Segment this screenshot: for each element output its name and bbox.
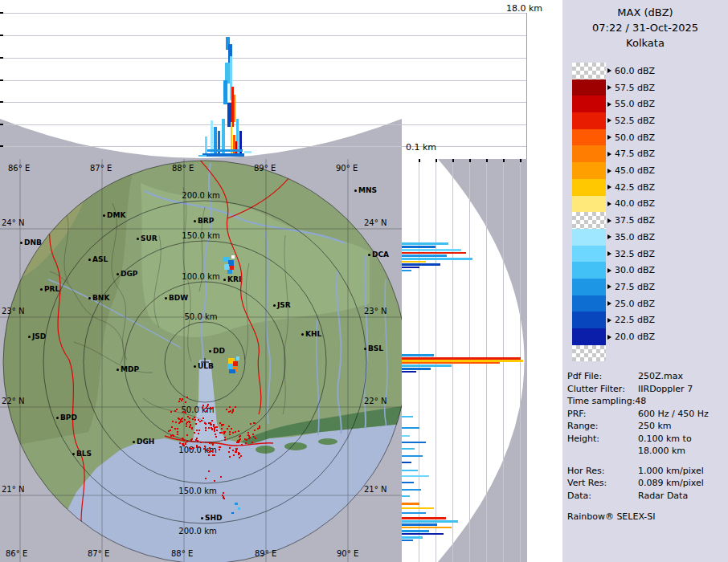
scale-pointer-icon (607, 135, 611, 140)
clutter-dot (211, 450, 213, 452)
dbz-value-text: 45.0 dBZ (615, 165, 655, 176)
dbz-scale-label: 40.0 dBZ (607, 199, 655, 209)
radar-echo-bar (402, 470, 418, 471)
clutter-dot (250, 423, 252, 425)
clutter-dot (235, 431, 236, 433)
top-height-profile-panel (0, 0, 527, 159)
clutter-dot (172, 434, 174, 436)
dbz-value-text: 37.5 dBZ (615, 215, 655, 226)
radar-echo-bar (402, 258, 472, 260)
clutter-dot (178, 401, 180, 402)
radar-echo-patch (224, 264, 229, 270)
clutter-dot (177, 428, 178, 430)
info-label: Data: (567, 491, 591, 501)
clutter-dot (192, 418, 194, 420)
scale-pointer-icon (607, 102, 611, 107)
radar-echo-bar (402, 267, 419, 268)
radar-echo-bar (402, 435, 410, 437)
radar-echo-bar (402, 489, 421, 491)
longitude-label: 87° E (88, 549, 109, 558)
dbz-scale-label: 30.0 dBZ (607, 266, 655, 275)
clutter-dot (233, 454, 235, 456)
latitude-label: 23° N (2, 307, 24, 316)
clutter-dot (205, 478, 207, 479)
clutter-dot (191, 428, 193, 430)
longitude-label: 90° E (337, 549, 358, 558)
city-label: MNS (358, 186, 377, 194)
clutter-dot (176, 409, 178, 410)
radar-echo-patch (231, 512, 234, 514)
city-label: DD (213, 347, 225, 355)
scale-pointer-icon (607, 85, 611, 90)
radar-echo-bar (402, 261, 426, 263)
city-dot (28, 336, 31, 338)
city-dot (72, 453, 75, 455)
clutter-dot (215, 436, 217, 438)
longitude-label: 89° E (254, 164, 276, 173)
range-ring-label: 200.0 km (177, 191, 225, 200)
software-brand-label: Rainbow® SELEX-SI (567, 511, 725, 522)
dbz-scale-label: 60.0 dBZ (607, 66, 655, 75)
radar-echo-patch (231, 255, 235, 259)
city-label: BLS (76, 450, 92, 458)
clutter-dot (214, 454, 215, 456)
scale-pointer-icon (607, 118, 611, 123)
info-value: 250 km (638, 421, 672, 431)
clutter-dot (193, 447, 194, 449)
radar-echo-bar (402, 448, 415, 450)
clutter-dot (195, 423, 197, 425)
clutter-dot (170, 430, 171, 431)
clutter-dot (246, 439, 247, 441)
clutter-dot (170, 411, 172, 413)
clutter-dot (221, 432, 223, 434)
info-label: Time sampling:48 (567, 396, 646, 406)
city-marker: ASL (88, 255, 108, 263)
clutter-dot (214, 480, 215, 482)
clutter-dot (203, 448, 205, 450)
info-row: Data:Radar Data (567, 491, 725, 503)
clutter-dot (189, 417, 190, 419)
dbz-scale-label: 25.0 dBZ (607, 299, 655, 308)
radar-echo-bar (402, 523, 437, 526)
info-row: 18.000 km (567, 446, 725, 458)
city-marker: DGH (133, 438, 154, 446)
clutter-dot (229, 434, 231, 435)
clutter-dot (239, 440, 240, 442)
scale-pointer-icon (607, 335, 611, 340)
clutter-dot (238, 430, 239, 432)
clutter-dot (229, 447, 231, 449)
side-height-profile-panel (402, 159, 527, 562)
city-marker: SHD (201, 514, 223, 522)
info-label: PRF: (567, 409, 586, 419)
clutter-dot (189, 447, 190, 449)
clutter-dot (241, 444, 243, 446)
info-value: 600 Hz / 450 Hz (638, 409, 709, 419)
clutter-dot (197, 440, 198, 442)
radar-echo-bar (402, 527, 452, 528)
clutter-dot (212, 454, 214, 456)
clutter-dot (179, 442, 181, 444)
clutter-dot (209, 442, 211, 444)
city-marker: DMK (103, 211, 125, 219)
dbz-value-text: 27.5 dBZ (615, 282, 655, 292)
clutter-dot (235, 451, 237, 453)
city-label: DMK (107, 211, 125, 219)
city-marker: BSL (364, 344, 383, 352)
dbz-value-text: 52.5 dBZ (615, 116, 655, 126)
city-marker: MDP (117, 365, 139, 373)
radar-echo-bar (402, 364, 452, 367)
clutter-dot (223, 424, 224, 426)
scale-pointer-icon (607, 169, 611, 173)
longitude-label: 87° E (90, 164, 112, 173)
city-dot (201, 517, 203, 519)
radar-echo-bar (402, 270, 411, 271)
latitude-label: 22° N (2, 397, 24, 405)
info-value: 1.000 km/pixel (638, 466, 704, 476)
radar-echo-bar (402, 255, 447, 257)
city-marker: BNK (88, 294, 109, 302)
clutter-dot (186, 397, 188, 398)
city-label: JSD (32, 332, 46, 340)
city-marker: SUR (137, 234, 157, 242)
radar-echo-bar (202, 153, 244, 157)
clutter-dot (245, 442, 247, 444)
